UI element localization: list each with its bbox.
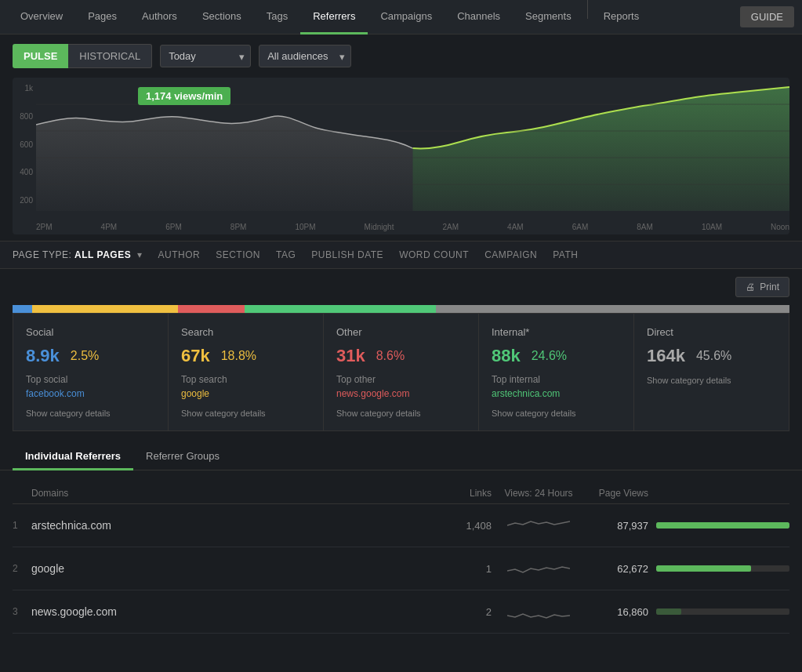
social-top-label: Top social — [26, 374, 155, 385]
category-card-direct: Direct 164k 45.6% Show category details — [634, 314, 789, 430]
sparkline-svg-2 — [507, 557, 570, 580]
x-label-6am: 6AM — [572, 223, 589, 231]
chart-tooltip: 1,174 views/min — [138, 87, 230, 105]
time-select[interactable]: Today Yesterday Last 7 Days Last 30 Days — [160, 45, 251, 67]
social-show-details[interactable]: Show category details — [26, 409, 155, 418]
y-label-200: 200 — [16, 196, 33, 205]
search-views: 67k — [181, 346, 210, 366]
color-social — [13, 305, 32, 313]
section-filter[interactable]: SECTION — [216, 249, 260, 260]
tab-referrer-groups[interactable]: Referrer Groups — [133, 444, 232, 470]
nav-tab-referrers[interactable]: Referrers — [300, 0, 368, 35]
print-label: Print — [760, 282, 779, 292]
table-row: 1 arstechnica.com 1,408 87,937 — [13, 504, 789, 547]
nav-tab-campaigns[interactable]: Campaigns — [368, 0, 445, 35]
author-filter[interactable]: AUTHOR — [158, 249, 201, 260]
referrer-table: Domains Links Views: 24 Hours Page Views… — [0, 483, 802, 634]
publish-date-filter[interactable]: PUBLISH DATE — [311, 249, 383, 260]
tab-individual-referrers[interactable]: Individual Referrers — [13, 444, 133, 470]
row-rank-1: 1 — [13, 520, 31, 531]
page-type-filter[interactable]: PAGE TYPE: ALL PAGES ▾ — [13, 249, 143, 260]
guide-button[interactable]: GUIDE — [740, 6, 794, 27]
x-label-8pm: 8PM — [230, 223, 247, 231]
nav-tab-reports[interactable]: Reports — [591, 0, 652, 35]
category-card-other: Other 31k 8.6% Top other news.google.com… — [324, 314, 479, 430]
chart-container: 1,174 views/min 1k 800 600 400 200 — [13, 78, 789, 234]
direct-show-details[interactable]: Show category details — [647, 376, 776, 385]
other-show-details[interactable]: Show category details — [336, 409, 466, 418]
table-row: 2 google 1 62,672 — [13, 547, 789, 590]
audience-dropdown-wrapper: All audiences — [259, 45, 351, 67]
header-links: Links — [429, 488, 492, 499]
pulse-historical-toggle: PULSE HISTORICAL — [13, 44, 152, 68]
search-pct: 18.8% — [221, 349, 256, 363]
nav-tab-channels[interactable]: Channels — [445, 0, 513, 35]
x-label-6pm: 6PM — [165, 223, 182, 231]
internal-show-details[interactable]: Show category details — [492, 409, 621, 418]
pulse-button[interactable]: PULSE — [13, 44, 68, 68]
search-top-value: google — [181, 388, 310, 399]
x-label-noon: Noon — [771, 223, 789, 231]
table-row: 3 news.google.com 2 16,860 — [13, 590, 789, 634]
x-label-8am: 8AM — [637, 223, 653, 231]
bar-fill-1 — [656, 522, 789, 529]
search-metrics: 67k 18.8% — [181, 346, 310, 366]
row-links-2: 1 — [429, 563, 492, 575]
campaign-filter[interactable]: CAMPAIGN — [484, 249, 537, 260]
referrer-tabs: Individual Referrers Referrer Groups — [0, 431, 802, 470]
color-bar — [13, 305, 789, 313]
x-label-4pm: 4PM — [101, 223, 118, 231]
social-pct: 2.5% — [71, 349, 99, 363]
path-filter[interactable]: PATH — [553, 249, 578, 260]
filter-bar: PAGE TYPE: ALL PAGES ▾ AUTHOR SECTION TA… — [0, 241, 802, 269]
page-type-value: ALL PAGES — [74, 249, 131, 260]
internal-title: Internal* — [492, 326, 621, 338]
row-pageviews-3: 16,860 — [586, 606, 648, 618]
other-metrics: 31k 8.6% — [336, 346, 466, 366]
nav-tab-tags[interactable]: Tags — [254, 0, 300, 35]
word-count-filter[interactable]: WORD COUNT — [399, 249, 469, 260]
category-card-internal: Internal* 88k 24.6% Top internal arstech… — [479, 314, 634, 430]
historical-button[interactable]: HISTORICAL — [68, 44, 152, 68]
print-button[interactable]: 🖨 Print — [735, 277, 789, 297]
row-pageviews-1: 87,937 — [586, 520, 648, 532]
nav-tabs: Overview Pages Authors Sections Tags Ref… — [8, 0, 740, 35]
row-links-3: 2 — [429, 606, 492, 618]
color-internal — [245, 305, 436, 313]
chart-green-area — [413, 87, 790, 211]
row-domain-3[interactable]: news.google.com — [31, 605, 429, 618]
nav-tab-sections[interactable]: Sections — [190, 0, 254, 35]
other-top-label: Top other — [336, 374, 466, 385]
chart-grey-area — [36, 116, 413, 211]
audience-select[interactable]: All audiences — [259, 45, 351, 67]
row-rank-2: 2 — [13, 563, 31, 574]
nav-tab-authors[interactable]: Authors — [129, 0, 190, 35]
page-type-dropdown-icon: ▾ — [137, 249, 143, 260]
direct-title: Direct — [647, 326, 776, 338]
color-other — [178, 305, 245, 313]
time-dropdown-wrapper: Today Yesterday Last 7 Days Last 30 Days — [160, 45, 251, 67]
direct-views: 164k — [647, 346, 685, 366]
internal-views: 88k — [492, 346, 521, 366]
toolbar: PULSE HISTORICAL Today Yesterday Last 7 … — [0, 35, 802, 78]
category-card-search: Search 67k 18.8% Top search google Show … — [169, 314, 324, 430]
internal-metrics: 88k 24.6% — [492, 346, 621, 366]
other-pct: 8.6% — [376, 349, 405, 363]
social-top-value: facebook.com — [26, 388, 155, 399]
search-show-details[interactable]: Show category details — [181, 409, 310, 418]
category-card-social: Social 8.9k 2.5% Top social facebook.com… — [13, 314, 169, 430]
row-domain-1[interactable]: arstechnica.com — [31, 519, 429, 532]
nav-tab-segments[interactable]: Segments — [513, 0, 584, 35]
category-cards: Social 8.9k 2.5% Top social facebook.com… — [13, 313, 789, 431]
search-top-label: Top search — [181, 374, 310, 385]
chart-x-labels: 2PM 4PM 6PM 8PM 10PM Midnight 2AM 4AM 6A… — [36, 223, 789, 231]
row-sparkline-1 — [492, 514, 586, 537]
y-label-400: 400 — [16, 168, 33, 176]
row-sparkline-3 — [492, 600, 586, 623]
row-domain-2[interactable]: google — [31, 562, 429, 575]
direct-pct: 45.6% — [696, 349, 731, 363]
tag-filter[interactable]: TAG — [276, 249, 296, 260]
y-label-600: 600 — [16, 140, 33, 149]
nav-tab-pages[interactable]: Pages — [75, 0, 129, 35]
nav-tab-overview[interactable]: Overview — [8, 0, 75, 35]
